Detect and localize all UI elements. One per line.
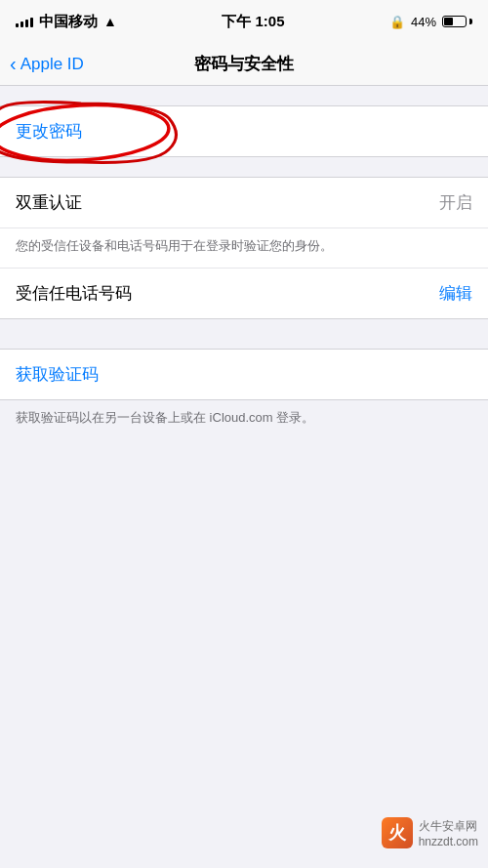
change-password-label: 更改密码: [16, 120, 82, 143]
battery-percent: 44%: [411, 15, 436, 29]
two-factor-description: 您的受信任设备和电话号码用于在登录时验证您的身份。: [0, 228, 488, 269]
two-factor-card: 双重认证 开启 您的受信任设备和电话号码用于在登录时验证您的身份。 受信任电话号…: [0, 177, 488, 319]
watermark-site: 火牛安卓网: [419, 818, 478, 835]
watermark: 火 火牛安卓网 hnzzdt.com: [382, 817, 478, 848]
status-right: 🔒 44%: [389, 15, 472, 29]
signal-icon: [16, 16, 33, 27]
get-code-card: 获取验证码: [0, 349, 488, 400]
edit-button[interactable]: 编辑: [439, 282, 472, 305]
get-code-section: 获取验证码 获取验证码以在另一台设备上或在 iCloud.com 登录。: [0, 349, 488, 441]
two-factor-label: 双重认证: [16, 191, 82, 214]
change-password-section: 更改密码: [0, 105, 488, 157]
page-title: 密码与安全性: [194, 53, 294, 75]
watermark-logo: 火: [382, 817, 413, 848]
battery-icon: [442, 16, 472, 27]
two-factor-section: 双重认证 开启 您的受信任设备和电话号码用于在登录时验证您的身份。 受信任电话号…: [0, 177, 488, 319]
get-code-link: 获取验证码: [16, 365, 99, 384]
back-button[interactable]: ‹ Apple ID: [10, 55, 84, 74]
two-factor-status: 开启: [439, 191, 472, 214]
change-password-card: 更改密码: [0, 105, 488, 157]
change-password-row[interactable]: 更改密码: [0, 106, 488, 156]
status-bar: 中国移动 ▲ 下午 1:05 🔒 44%: [0, 0, 488, 43]
get-code-row[interactable]: 获取验证码: [0, 350, 488, 399]
trusted-phone-label: 受信任电话号码: [16, 282, 132, 305]
carrier-name: 中国移动: [39, 13, 98, 31]
get-code-description: 获取验证码以在另一台设备上或在 iCloud.com 登录。: [0, 400, 488, 441]
watermark-url: hnzzdt.com: [419, 835, 478, 848]
chevron-left-icon: ‹: [10, 54, 17, 73]
two-factor-row: 双重认证 开启: [0, 178, 488, 228]
status-time: 下午 1:05: [222, 13, 284, 31]
lock-icon: 🔒: [389, 15, 405, 29]
watermark-text: 火牛安卓网 hnzzdt.com: [419, 818, 478, 848]
wifi-icon: ▲: [103, 14, 117, 29]
content: 更改密码 双重认证 开启 您的受信任设备和电话号码用于在登录时验证您的身份。 受…: [0, 86, 488, 440]
nav-bar: ‹ Apple ID 密码与安全性: [0, 43, 488, 86]
trusted-phone-row: 受信任电话号码 编辑: [0, 269, 488, 318]
back-label: Apple ID: [20, 55, 84, 74]
status-left: 中国移动 ▲: [16, 13, 117, 31]
